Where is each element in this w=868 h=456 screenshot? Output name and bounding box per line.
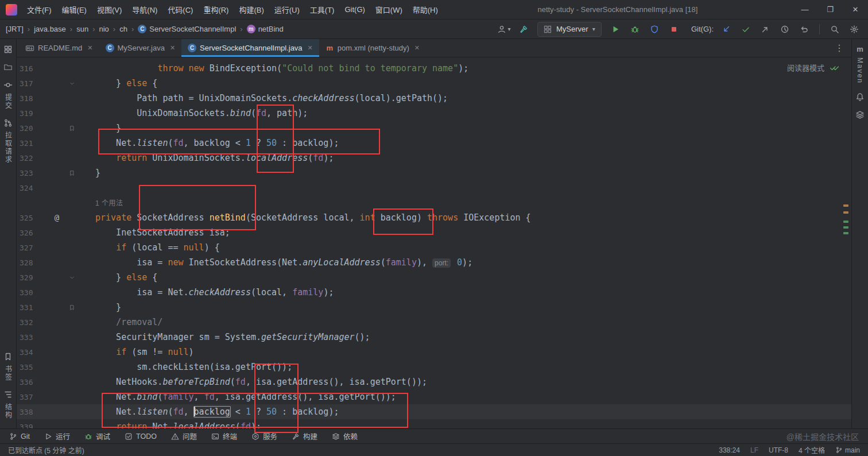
code-line[interactable]: 321 Net.listen(fd, backlog < 1 ? 50 : ba… <box>17 136 851 150</box>
fold-gutter[interactable] <box>64 125 79 132</box>
tool-window-button[interactable]: 问题 <box>171 431 197 442</box>
code-editor[interactable]: 316 throw new BindException("Could not b… <box>17 57 851 428</box>
editor-tab[interactable]: CMyServer.java✕ <box>99 39 182 57</box>
menu-item[interactable]: 窗口(W) <box>370 1 408 18</box>
code-text[interactable]: isa = Net.checkAddress(local, family); <box>79 285 334 300</box>
app-logo-icon[interactable] <box>6 4 17 16</box>
code-text[interactable]: /removal/ <box>79 315 162 330</box>
code-text[interactable]: Path path = UnixDomainSockets.checkAddre… <box>79 91 448 106</box>
reader-mode-toggle[interactable]: 阅读器模式 <box>787 62 839 73</box>
code-text[interactable]: } else { <box>79 76 157 91</box>
editor-tab[interactable]: README.md✕ <box>19 39 99 57</box>
code-line[interactable]: 330 isa = Net.checkAddress(local, family… <box>17 285 851 300</box>
code-line[interactable]: 324 <box>17 180 851 195</box>
git-branch-widget[interactable]: main <box>835 446 860 454</box>
line-number[interactable]: 316 <box>17 64 49 73</box>
fold-gutter[interactable] <box>64 80 79 87</box>
code-text[interactable]: isa = new InetSocketAddress(Net.anyLocal… <box>79 255 472 270</box>
fold-gutter[interactable] <box>64 170 79 176</box>
code-line[interactable]: 323} <box>17 165 851 180</box>
code-text[interactable]: Net.listen(fd, backlog < 1 ? 50 : backlo… <box>79 136 339 150</box>
breadcrumb-item[interactable]: CServerSocketChannelImpl <box>138 25 236 33</box>
code-text[interactable]: private SocketAddress netBind(SocketAddr… <box>79 210 531 225</box>
line-number[interactable]: 329 <box>17 273 49 282</box>
menu-item[interactable]: 导航(N) <box>127 1 162 18</box>
encoding-widget[interactable]: UTF-8 <box>769 446 788 454</box>
menu-item[interactable]: 编辑(E) <box>57 1 92 18</box>
line-number[interactable]: 326 <box>17 229 49 237</box>
tool-window-button[interactable]: 运行 <box>44 431 70 442</box>
code-line[interactable]: 319 UnixDomainSockets.bind(fd, path); <box>17 106 851 121</box>
line-number[interactable]: 335 <box>17 363 49 372</box>
code-text[interactable]: UnixDomainSockets.bind(fd, path); <box>79 106 308 121</box>
breadcrumb-item[interactable]: mnetBind <box>247 25 284 33</box>
code-text[interactable]: Net.listen(fd, backlog < 1 ? 50 : backlo… <box>79 404 339 419</box>
fold-gutter[interactable] <box>64 304 79 311</box>
line-number[interactable]: 322 <box>17 154 49 163</box>
tool-window-button[interactable]: 服务 <box>251 431 277 442</box>
code-line[interactable]: 335 sm.checkListen(isa.getPort()); <box>17 360 851 374</box>
code-text[interactable]: Net.bind(family, fd, isa.getAddress(), i… <box>79 389 396 404</box>
code-text[interactable]: sm.checkListen(isa.getPort()); <box>79 360 292 374</box>
line-number[interactable]: 324 <box>17 184 49 192</box>
profile-button[interactable]: ▾ <box>496 22 512 37</box>
line-number[interactable]: 325 <box>17 214 49 222</box>
code-line[interactable]: 336 NetHooks.beforeTcpBind(fd, isa.getAd… <box>17 374 851 389</box>
line-number[interactable]: 320 <box>17 124 49 133</box>
menu-item[interactable]: 重构(R) <box>198 1 234 18</box>
code-line[interactable]: 329 } else { <box>17 270 851 285</box>
breadcrumb-item[interactable]: java.base <box>34 25 66 33</box>
line-number[interactable]: 332 <box>17 318 49 327</box>
code-line[interactable]: 318 Path path = UnixDomainSockets.checkA… <box>17 91 851 106</box>
menu-item[interactable]: 运行(U) <box>269 1 305 18</box>
run-config-select[interactable]: MyServer▾ <box>537 22 602 37</box>
more-icon[interactable]: ⋮ <box>827 39 851 57</box>
code-line[interactable]: 328 isa = new InetSocketAddress(Net.anyL… <box>17 255 851 270</box>
run-button[interactable] <box>607 22 623 37</box>
code-line[interactable]: 322 return UnixDomainSockets.localAddres… <box>17 150 851 165</box>
code-text[interactable]: InetSocketAddress isa; <box>79 225 230 240</box>
breadcrumb-item[interactable]: nio <box>99 25 108 33</box>
code-line[interactable]: 333 SecurityManager sm = System.getSecur… <box>17 330 851 345</box>
breadcrumb-item[interactable]: [JRT] <box>6 25 24 33</box>
breadcrumb-item[interactable]: sun <box>76 25 88 33</box>
code-line[interactable]: 339 return Net.localAddress(fd); <box>17 419 851 428</box>
code-text[interactable]: } <box>79 300 121 315</box>
tool-window-button[interactable]: 拉取请求 <box>3 118 13 164</box>
code-text[interactable]: if (sm != null) <box>79 345 194 360</box>
tool-window-button[interactable] <box>3 45 13 54</box>
line-number[interactable]: 319 <box>17 109 49 118</box>
line-number[interactable]: 333 <box>17 333 49 342</box>
commit-button[interactable] <box>738 22 754 37</box>
line-number[interactable]: 336 <box>17 378 49 387</box>
code-line[interactable]: 337 Net.bind(family, fd, isa.getAddress(… <box>17 389 851 404</box>
code-line[interactable]: 327 if (local == null) { <box>17 240 851 255</box>
line-number[interactable]: 318 <box>17 94 49 103</box>
stop-button[interactable] <box>666 22 682 37</box>
code-line[interactable]: 317 } else { <box>17 76 851 91</box>
line-number[interactable]: 337 <box>17 393 49 401</box>
code-line[interactable]: 334 if (sm != null) <box>17 345 851 360</box>
code-line[interactable]: 320 } <box>17 121 851 136</box>
menu-item[interactable]: 代码(C) <box>162 1 198 18</box>
code-line[interactable]: 326 InetSocketAddress isa; <box>17 225 851 240</box>
menu-item[interactable]: 视图(V) <box>92 1 127 18</box>
code-text[interactable]: if (local == null) { <box>79 240 220 255</box>
code-text[interactable]: } else { <box>79 270 157 285</box>
line-number[interactable]: 327 <box>17 244 49 252</box>
code-line[interactable]: 325@private SocketAddress netBind(Socket… <box>17 210 851 225</box>
tool-window-button[interactable]: 调试 <box>84 431 110 442</box>
build-project-button[interactable] <box>516 22 532 37</box>
code-line[interactable]: 316 throw new BindException("Could not b… <box>17 61 851 76</box>
tool-window-button[interactable]: mMaven <box>856 45 865 84</box>
line-number[interactable]: 338 <box>17 408 49 416</box>
settings-button[interactable] <box>846 22 862 37</box>
minimize-button[interactable]: — <box>792 0 817 20</box>
line-number[interactable]: 330 <box>17 288 49 297</box>
line-number[interactable]: 334 <box>17 348 49 357</box>
code-line[interactable]: 1 个用法 <box>17 195 851 210</box>
caret-position-widget[interactable]: 338:24 <box>719 446 740 454</box>
line-number[interactable]: 328 <box>17 258 49 267</box>
code-text[interactable]: } <box>79 121 121 136</box>
tab-close-icon[interactable]: ✕ <box>87 44 92 52</box>
